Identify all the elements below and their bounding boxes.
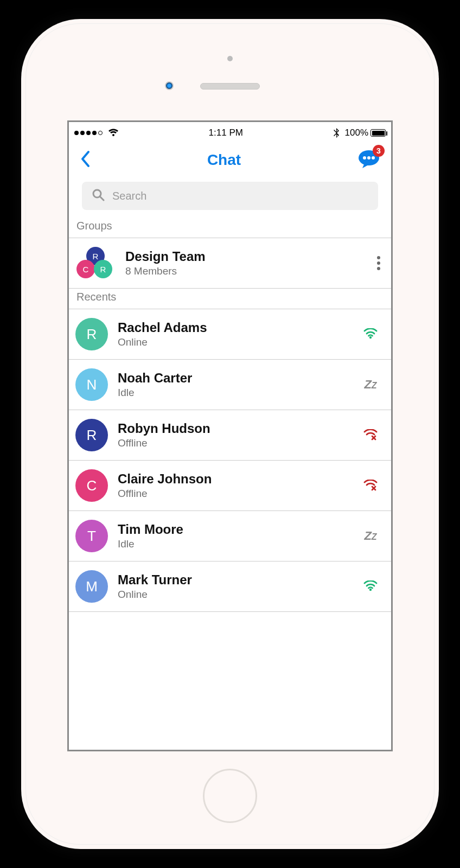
- messages-button[interactable]: 3: [357, 149, 380, 171]
- contact-name: Claire Johnson: [118, 471, 351, 487]
- avatar: T: [75, 520, 108, 552]
- contact-row[interactable]: NNoah CarterIdleZZ: [69, 360, 391, 410]
- contact-name: Rachel Adams: [118, 320, 351, 335]
- contact-status-text: Idle: [118, 387, 351, 399]
- phone-camera: [227, 56, 233, 61]
- avatar: M: [75, 570, 108, 603]
- svg-line-5: [100, 196, 104, 200]
- screen: 1:11 PM 100% Chat: [67, 120, 393, 751]
- avatar: N: [75, 368, 108, 401]
- bluetooth-icon: [333, 128, 340, 138]
- contact-row[interactable]: TTim MooreIdleZZ: [69, 511, 391, 561]
- status-time: 1:11 PM: [119, 127, 333, 138]
- avatar: R: [75, 318, 108, 350]
- status-bar: 1:11 PM 100%: [69, 122, 391, 144]
- recents-header: Recents: [69, 289, 391, 309]
- svg-point-1: [363, 156, 366, 159]
- wifi-icon: [108, 129, 119, 137]
- more-button[interactable]: [377, 256, 380, 270]
- svg-point-11: [369, 589, 372, 591]
- contact-name: Robyn Hudson: [118, 421, 351, 436]
- battery-text: 100%: [345, 127, 368, 138]
- group-mini-avatar: C: [76, 260, 95, 278]
- status-offline-icon: [361, 480, 380, 492]
- battery-indicator: 100%: [345, 127, 386, 138]
- svg-point-2: [367, 156, 370, 159]
- contact-row[interactable]: RRachel AdamsOnline: [69, 309, 391, 360]
- phone-speaker: [200, 83, 260, 90]
- avatar: R: [75, 419, 108, 451]
- svg-point-3: [372, 156, 375, 159]
- svg-point-6: [369, 336, 372, 339]
- group-row[interactable]: RCR Design Team 8 Members: [69, 238, 391, 289]
- contact-status-text: Online: [118, 336, 351, 348]
- contact-name: Mark Turner: [118, 572, 351, 588]
- group-mini-avatar: R: [94, 260, 112, 278]
- status-idle-icon: ZZ: [361, 529, 380, 543]
- back-button[interactable]: [80, 150, 91, 170]
- search-input[interactable]: [112, 190, 368, 202]
- avatar: C: [75, 469, 108, 502]
- group-avatar: RCR: [75, 247, 116, 279]
- contact-name: Noah Carter: [118, 371, 351, 386]
- notification-badge: 3: [373, 145, 385, 157]
- groups-header: Groups: [69, 218, 391, 238]
- search-icon: [92, 188, 105, 203]
- contact-status-text: Offline: [118, 488, 351, 500]
- phone-sensor: [165, 81, 174, 90]
- battery-icon: [370, 129, 386, 137]
- page-title: Chat: [207, 151, 241, 169]
- contact-row[interactable]: MMark TurnerOnline: [69, 561, 391, 612]
- status-online-icon: [361, 580, 380, 592]
- signal-dots-icon: [74, 131, 103, 135]
- home-button[interactable]: [203, 769, 257, 823]
- search-bar[interactable]: [82, 182, 378, 210]
- phone-frame: 1:11 PM 100% Chat: [21, 19, 439, 849]
- group-subtitle: 8 Members: [125, 265, 367, 277]
- contact-status-text: Online: [118, 589, 351, 601]
- contact-status-text: Idle: [118, 538, 351, 550]
- status-idle-icon: ZZ: [361, 378, 380, 392]
- nav-bar: Chat 3: [69, 144, 391, 176]
- group-name: Design Team: [125, 249, 367, 264]
- contact-row[interactable]: RRobyn HudsonOffline: [69, 410, 391, 461]
- contact-name: Tim Moore: [118, 522, 351, 537]
- contact-status-text: Offline: [118, 437, 351, 449]
- status-online-icon: [361, 328, 380, 340]
- contact-row[interactable]: CClaire JohnsonOffline: [69, 461, 391, 511]
- status-offline-icon: [361, 429, 380, 441]
